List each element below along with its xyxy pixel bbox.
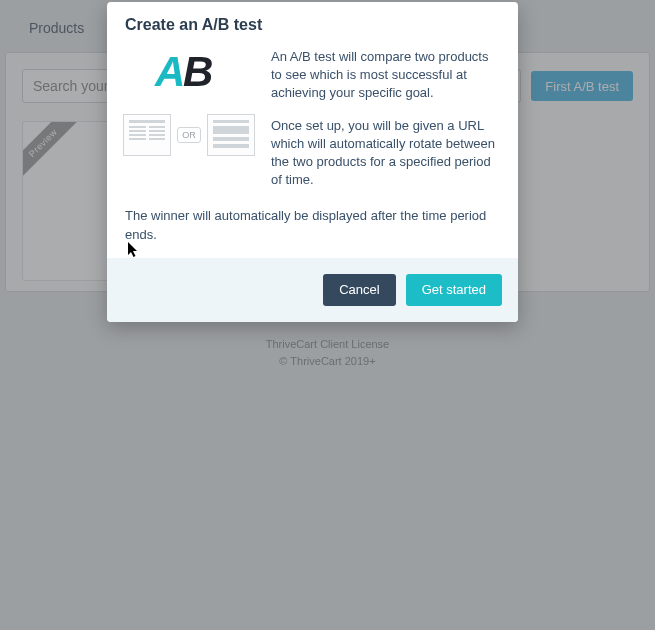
create-ab-test-modal: Create an A/B test AB [107,2,518,322]
modal-illustration: AB OR [125,48,253,203]
ab-logo-icon: AB [157,54,221,98]
page-variant-b-icon [207,114,255,156]
modal-paragraph-3: The winner will automatically be display… [125,207,500,243]
modal-overlay[interactable]: Create an A/B test AB [0,0,655,630]
modal-body: AB OR [107,42,518,258]
modal-paragraph-1: An A/B test will compare two products to… [271,48,500,103]
compare-pages-icon: OR [123,114,255,156]
modal-title: Create an A/B test [107,2,518,42]
modal-paragraph-2: Once set up, you will be given a URL whi… [271,117,500,190]
or-label: OR [177,127,201,143]
get-started-button[interactable]: Get started [406,274,502,306]
cancel-button[interactable]: Cancel [323,274,395,306]
modal-text-column: An A/B test will compare two products to… [271,48,500,203]
modal-footer: Cancel Get started [107,258,518,322]
page-variant-a-icon [123,114,171,156]
